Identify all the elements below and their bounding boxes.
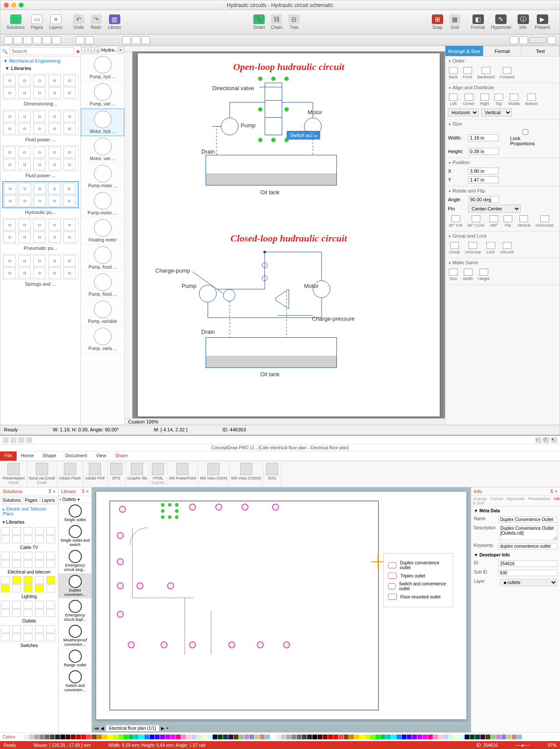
color-swatch[interactable]	[428, 735, 433, 739]
color-swatch[interactable]	[486, 735, 490, 739]
search-input[interactable]	[10, 47, 74, 55]
oil-tank-shape[interactable]	[206, 155, 337, 186]
color-swatch[interactable]	[255, 735, 259, 739]
color-swatch[interactable]	[139, 735, 144, 739]
oil-tank2-shape[interactable]	[206, 337, 337, 368]
color-swatch[interactable]	[333, 735, 338, 739]
tree-root[interactable]: ▼ Mechanical Engineering	[0, 57, 80, 65]
zoomout-tool[interactable]	[519, 36, 528, 44]
outlet-shape[interactable]	[272, 504, 279, 511]
color-swatch[interactable]	[76, 735, 81, 739]
floor-plan[interactable]	[109, 500, 379, 710]
tab-text[interactable]: Text	[522, 46, 560, 56]
color-swatch[interactable]	[365, 735, 370, 739]
stencil-thumb[interactable]: ○	[4, 75, 16, 86]
shape-item[interactable]: Pump, fixed ...	[81, 245, 124, 272]
color-swatch[interactable]	[270, 735, 275, 739]
stencil-thumb[interactable]: ○	[19, 183, 31, 194]
color-swatch[interactable]	[328, 735, 333, 739]
color-swatch[interactable]	[155, 735, 160, 739]
pin-select[interactable]: Center-Center	[468, 205, 521, 213]
stencil-thumb[interactable]: ○	[18, 219, 31, 231]
outlet-shape[interactable]	[128, 641, 135, 648]
stencil-thumb[interactable]: ○	[33, 87, 46, 98]
info-button[interactable]: ⓘInfo	[515, 14, 532, 31]
color-swatch[interactable]	[480, 735, 485, 739]
color-swatch[interactable]	[207, 735, 212, 739]
stencil-thumb[interactable]: ○	[63, 255, 76, 266]
ungroup-button[interactable]: UnGroup	[465, 242, 481, 254]
stencil-thumb[interactable]: ○	[4, 111, 16, 122]
ribbon-adobeflash[interactable]: Adobe Flash	[57, 462, 84, 486]
pages-button[interactable]: ▭Pages	[28, 14, 46, 31]
library-button[interactable]: ▥Library	[105, 14, 124, 31]
left-button[interactable]: Left	[449, 94, 458, 106]
nav-back-2[interactable]: ‹	[60, 497, 61, 502]
tree-libraries-2[interactable]: ▾ Libraries	[0, 518, 58, 526]
qa-redo-icon[interactable]	[26, 437, 32, 443]
rotate-tool[interactable]	[132, 36, 140, 44]
color-swatch[interactable]	[412, 735, 417, 739]
color-swatch[interactable]	[297, 735, 301, 739]
color-swatch[interactable]	[218, 735, 223, 739]
library-group-2[interactable]: Outlets	[0, 600, 58, 624]
color-swatch[interactable]	[134, 735, 139, 739]
shape-item[interactable]: Pump-motor ...	[81, 163, 124, 190]
qa-undo-icon[interactable]	[18, 437, 24, 443]
tab-format[interactable]: Format	[483, 46, 522, 56]
tree-toggle-icon[interactable]: ◆	[76, 49, 80, 54]
stencil-thumb[interactable]: ○	[63, 195, 75, 206]
connector-tool[interactable]	[85, 36, 94, 44]
outlet-shape[interactable]	[242, 504, 248, 511]
ellipse-tool[interactable]	[23, 36, 32, 44]
library-group[interactable]: ○○○○○○○○○○Hydraulic pu...	[2, 181, 79, 216]
center-button[interactable]: Center	[463, 94, 475, 106]
height-input[interactable]	[468, 148, 499, 155]
close-panel-icon[interactable]: ×	[118, 47, 123, 53]
stencil-thumb[interactable]: ○	[33, 255, 46, 266]
color-swatch[interactable]	[123, 735, 128, 739]
shape-item[interactable]: Pump, fixed ...	[81, 272, 124, 299]
desc-input[interactable]: Duplex Convenience Outlet [Outlets.cdl]	[500, 525, 557, 540]
color-swatch[interactable]	[360, 735, 364, 739]
pointer-tool[interactable]	[4, 36, 13, 44]
stencil-thumb[interactable]: ○	[4, 123, 16, 134]
color-swatch[interactable]	[454, 735, 459, 739]
middle-button[interactable]: Middle	[508, 94, 520, 106]
tab-layers[interactable]: Layers	[40, 497, 57, 504]
stencil-thumb[interactable]: ○	[63, 183, 75, 194]
library-group[interactable]: ○○○○○○○○○○Pneumatic pu...	[2, 218, 79, 252]
color-swatch[interactable]	[97, 735, 102, 739]
color-swatch[interactable]	[223, 735, 228, 739]
stencil-thumb[interactable]: ○	[18, 75, 31, 86]
color-swatch[interactable]	[186, 735, 191, 739]
color-swatch[interactable]	[449, 735, 454, 739]
order-header[interactable]: Order	[448, 58, 557, 63]
nav-home-icon[interactable]: ⌂	[95, 47, 101, 53]
stencil-thumb[interactable]: ○	[18, 123, 31, 134]
stencil-thumb[interactable]: ○	[49, 231, 61, 243]
sheet-tab[interactable]: Electrical floor plan (1/1)	[106, 725, 159, 732]
outlet-shape[interactable]	[117, 558, 124, 565]
backward-button[interactable]: Backward	[477, 67, 495, 79]
color-swatch[interactable]	[291, 735, 296, 739]
position-header[interactable]: Position	[448, 160, 557, 165]
ribbon-msvisiovsdx[interactable]: MS Visio (VSDX)	[230, 462, 263, 486]
color-swatch[interactable]	[501, 735, 506, 739]
outlet-shape[interactable]	[189, 641, 196, 648]
right-button[interactable]: Right	[480, 94, 489, 106]
stencil-thumb[interactable]: ○	[33, 75, 46, 86]
stencil-thumb[interactable]: ○	[18, 147, 31, 158]
make-header[interactable]: Make Same	[448, 260, 557, 265]
color-swatch[interactable]	[302, 735, 307, 739]
stencil-thumb[interactable]: ○	[33, 147, 46, 158]
library-group-2[interactable]: Electrical and telecom	[0, 551, 58, 575]
zoom-slider[interactable]	[529, 37, 546, 43]
ribbon-svg[interactable]: SVG	[263, 462, 281, 486]
width-input[interactable]	[468, 134, 499, 141]
x-input[interactable]	[468, 168, 499, 175]
motor-shape[interactable]	[304, 118, 322, 135]
drawing-page-2[interactable]: Duplex convenience outletTriplex outletS…	[96, 492, 466, 719]
horizontal-select[interactable]: Horizontal	[448, 108, 479, 116]
shape-item[interactable]: Pump-motor, ...	[81, 190, 124, 217]
